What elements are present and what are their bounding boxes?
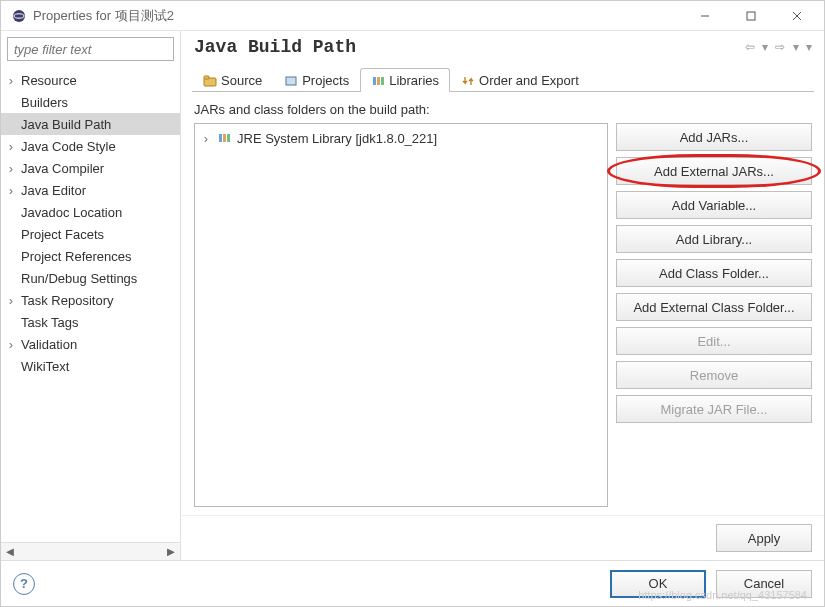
titlebar: Properties for 项目测试2 <box>1 1 824 31</box>
tab-label: Libraries <box>389 73 439 88</box>
tab-label: Projects <box>302 73 349 88</box>
add-variable-button[interactable]: Add Variable... <box>616 191 812 219</box>
sidebar-item-builders[interactable]: Builders <box>1 91 180 113</box>
sidebar-item-label: Java Code Style <box>19 139 116 154</box>
tree-twisty-icon: › <box>3 161 19 176</box>
page-title: Java Build Path <box>194 37 745 57</box>
sidebar-item-label: Javadoc Location <box>19 205 122 220</box>
build-path-tabs: SourceProjectsLibrariesOrder and Export <box>192 67 814 92</box>
sidebar-item-resource[interactable]: ›Resource <box>1 69 180 91</box>
help-button[interactable]: ? <box>13 573 35 595</box>
svg-rect-9 <box>373 77 376 85</box>
maximize-button[interactable] <box>728 1 774 31</box>
migrate-jar-file-button[interactable]: Migrate JAR File... <box>616 395 812 423</box>
svg-rect-3 <box>747 12 755 20</box>
ok-button[interactable]: OK <box>610 570 706 598</box>
minimize-button[interactable] <box>682 1 728 31</box>
tab-libraries[interactable]: Libraries <box>360 68 450 92</box>
scroll-left-icon[interactable]: ◄ <box>1 543 19 561</box>
cancel-button[interactable]: Cancel <box>716 570 812 598</box>
sidebar-horizontal-scrollbar[interactable]: ◄ ► <box>1 542 180 560</box>
main-panel: Java Build Path ⇦ ▾ ⇨ ▾ ▾ SourceProjects… <box>181 31 824 560</box>
add-library-button[interactable]: Add Library... <box>616 225 812 253</box>
sidebar-item-label: Project Facets <box>19 227 104 242</box>
sidebar-item-project-references[interactable]: Project References <box>1 245 180 267</box>
tab-order[interactable]: Order and Export <box>450 68 590 92</box>
page-header: Java Build Path ⇦ ▾ ⇨ ▾ ▾ <box>182 31 824 63</box>
svg-rect-13 <box>223 134 226 142</box>
add-class-folder-button[interactable]: Add Class Folder... <box>616 259 812 287</box>
sidebar-item-wikitext[interactable]: WikiText <box>1 355 180 377</box>
svg-rect-14 <box>227 134 230 142</box>
properties-dialog: Properties for 项目测试2 ›ResourceBuildersJa… <box>0 0 825 607</box>
order-icon <box>461 74 475 88</box>
category-tree[interactable]: ›ResourceBuildersJava Build Path›Java Co… <box>1 67 180 542</box>
window-title: Properties for 项目测试2 <box>33 7 682 25</box>
add-jars-button[interactable]: Add JARs... <box>616 123 812 151</box>
tab-label: Order and Export <box>479 73 579 88</box>
sidebar-item-java-editor[interactable]: ›Java Editor <box>1 179 180 201</box>
sidebar-item-validation[interactable]: ›Validation <box>1 333 180 355</box>
projects-icon <box>284 74 298 88</box>
sidebar-item-java-code-style[interactable]: ›Java Code Style <box>1 135 180 157</box>
sidebar-item-javadoc-location[interactable]: Javadoc Location <box>1 201 180 223</box>
sidebar-item-label: Project References <box>19 249 132 264</box>
close-button[interactable] <box>774 1 820 31</box>
tab-source[interactable]: Source <box>192 68 273 92</box>
libraries-description: JARs and class folders on the build path… <box>194 102 812 117</box>
sidebar-item-task-repository[interactable]: ›Task Repository <box>1 289 180 311</box>
eclipse-icon <box>11 8 27 24</box>
tab-projects[interactable]: Projects <box>273 68 360 92</box>
sidebar-item-label: Run/Debug Settings <box>19 271 137 286</box>
apply-button[interactable]: Apply <box>716 524 812 552</box>
tree-twisty-icon: › <box>3 337 19 352</box>
tree-twisty-icon: › <box>3 293 19 308</box>
svg-rect-10 <box>377 77 380 85</box>
libraries-button-column: Add JARs... Add External JARs... Add Var… <box>616 123 812 507</box>
filter-wrap <box>1 31 180 67</box>
sidebar-item-label: Validation <box>19 337 77 352</box>
sidebar-item-task-tags[interactable]: Task Tags <box>1 311 180 333</box>
libraries-list[interactable]: ›JRE System Library [jdk1.8.0_221] <box>194 123 608 507</box>
sidebar-item-label: Task Repository <box>19 293 113 308</box>
footer: ? OK Cancel <box>1 560 824 606</box>
sidebar-item-java-build-path[interactable]: Java Build Path <box>1 113 180 135</box>
svg-rect-12 <box>219 134 222 142</box>
libraries-work-area: ›JRE System Library [jdk1.8.0_221] Add J… <box>194 123 812 507</box>
remove-button[interactable]: Remove <box>616 361 812 389</box>
sidebar: ›ResourceBuildersJava Build Path›Java Co… <box>1 31 181 560</box>
scroll-track[interactable] <box>19 547 162 557</box>
sidebar-item-label: WikiText <box>19 359 69 374</box>
tree-twisty-icon: › <box>3 183 19 198</box>
edit-button[interactable]: Edit... <box>616 327 812 355</box>
libraries-tab-content: JARs and class folders on the build path… <box>182 92 824 515</box>
sidebar-item-label: Task Tags <box>19 315 79 330</box>
filter-input[interactable] <box>7 37 174 61</box>
add-external-jars-button[interactable]: Add External JARs... <box>616 157 812 185</box>
tab-label: Source <box>221 73 262 88</box>
sidebar-item-java-compiler[interactable]: ›Java Compiler <box>1 157 180 179</box>
library-entry[interactable]: ›JRE System Library [jdk1.8.0_221] <box>199 128 603 148</box>
tree-twisty-icon: › <box>199 131 213 146</box>
sidebar-item-label: Java Compiler <box>19 161 104 176</box>
scroll-right-icon[interactable]: ► <box>162 543 180 561</box>
sidebar-item-label: Java Editor <box>19 183 86 198</box>
libraries-icon <box>371 74 385 88</box>
dialog-body: ›ResourceBuildersJava Build Path›Java Co… <box>1 31 824 560</box>
library-entry-label: JRE System Library [jdk1.8.0_221] <box>237 131 437 146</box>
svg-rect-7 <box>204 76 209 79</box>
svg-point-0 <box>13 10 25 22</box>
sidebar-item-run-debug-settings[interactable]: Run/Debug Settings <box>1 267 180 289</box>
svg-rect-11 <box>381 77 384 85</box>
sidebar-item-label: Java Build Path <box>19 117 111 132</box>
sidebar-item-label: Builders <box>19 95 68 110</box>
svg-rect-8 <box>286 77 296 85</box>
tree-twisty-icon: › <box>3 73 19 88</box>
tree-twisty-icon: › <box>3 139 19 154</box>
sidebar-item-project-facets[interactable]: Project Facets <box>1 223 180 245</box>
apply-row: Apply <box>182 515 824 560</box>
sidebar-item-label: Resource <box>19 73 77 88</box>
library-icon <box>217 131 233 145</box>
add-external-class-folder-button[interactable]: Add External Class Folder... <box>616 293 812 321</box>
nav-history-icons[interactable]: ⇦ ▾ ⇨ ▾ ▾ <box>745 40 814 54</box>
